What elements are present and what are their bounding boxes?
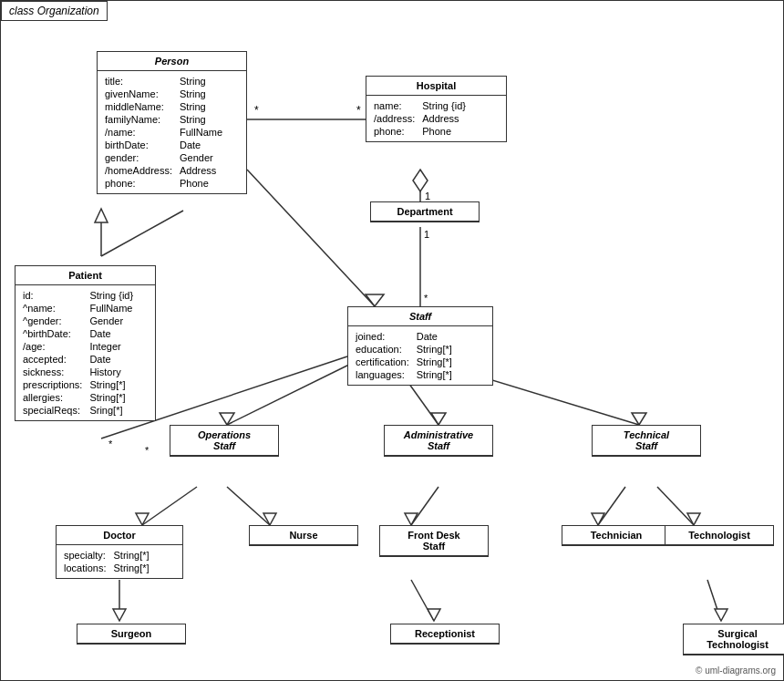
svg-marker-4: [413, 170, 428, 191]
class-patient-body: id:String {id} ^name:FullName ^gender:Ge…: [15, 285, 155, 420]
class-technician-header: Technician: [562, 526, 670, 545]
class-hospital: Hospital name:String {id} /address:Addre…: [366, 76, 507, 142]
class-front-desk-staff-header: Front DeskStaff: [380, 526, 488, 556]
class-technologist-header: Technologist: [665, 526, 773, 545]
class-person-header: Person: [98, 52, 246, 71]
class-surgeon: Surgeon: [77, 624, 186, 645]
class-surgical-technologist-header: SurgicalTechnologist: [684, 624, 784, 655]
class-administrative-staff-header: AdministrativeStaff: [385, 426, 492, 456]
class-operations-staff: OperationsStaff: [170, 425, 279, 457]
class-department: Department: [370, 201, 480, 222]
svg-marker-14: [366, 294, 384, 306]
svg-text:*: *: [254, 104, 259, 117]
class-person: Person title:String givenName:String mid…: [97, 51, 247, 194]
class-doctor-header: Doctor: [57, 526, 182, 545]
svg-marker-16: [220, 413, 234, 425]
class-patient-header: Patient: [15, 266, 155, 285]
svg-text:*: *: [424, 293, 428, 304]
svg-marker-22: [136, 513, 149, 525]
class-nurse: Nurse: [249, 525, 358, 546]
svg-line-35: [707, 580, 721, 621]
copyright: © uml-diagrams.org: [696, 666, 776, 676]
class-patient: Patient id:String {id} ^name:FullName ^g…: [15, 265, 156, 421]
svg-line-13: [247, 170, 375, 306]
svg-text:*: *: [145, 445, 150, 456]
class-doctor-body: specialty:String[*] locations:String[*]: [57, 545, 182, 578]
svg-text:1: 1: [424, 229, 429, 240]
class-receptionist: Receptionist: [390, 624, 500, 645]
svg-line-27: [598, 487, 625, 525]
svg-text:*: *: [108, 439, 113, 449]
class-surgeon-header: Surgeon: [77, 624, 185, 644]
class-nurse-header: Nurse: [250, 526, 357, 545]
svg-marker-30: [687, 513, 700, 525]
class-administrative-staff: AdministrativeStaff: [384, 425, 493, 457]
class-surgical-technologist: SurgicalTechnologist: [683, 624, 784, 655]
svg-line-25: [411, 487, 438, 525]
svg-marker-24: [263, 513, 276, 525]
svg-marker-28: [592, 513, 604, 525]
class-technician: Technician: [562, 525, 671, 546]
class-technologist: Technologist: [665, 525, 774, 546]
class-technical-staff: TechnicalStaff: [592, 425, 701, 457]
class-hospital-header: Hospital: [366, 77, 506, 96]
svg-line-21: [142, 487, 197, 525]
class-staff: Staff joined:Date education:String[*] ce…: [347, 306, 493, 386]
svg-line-15: [227, 361, 356, 425]
svg-marker-20: [632, 413, 646, 425]
class-operations-staff-header: OperationsStaff: [170, 426, 278, 456]
svg-marker-32: [113, 609, 126, 621]
svg-text:*: *: [356, 104, 361, 117]
svg-line-10: [101, 211, 183, 256]
svg-marker-18: [431, 413, 446, 425]
class-staff-body: joined:Date education:String[*] certific…: [348, 326, 492, 385]
class-person-body: title:String givenName:String middleName…: [98, 71, 246, 193]
class-staff-header: Staff: [348, 307, 492, 326]
svg-line-33: [411, 580, 434, 621]
diagram-container: class Organization * * 1 1 *: [0, 0, 784, 681]
class-doctor: Doctor specialty:String[*] locations:Str…: [56, 525, 183, 579]
svg-line-23: [227, 487, 270, 525]
class-hospital-body: name:String {id} /address:Address phone:…: [366, 96, 506, 141]
svg-marker-34: [428, 609, 440, 621]
svg-line-29: [657, 487, 694, 525]
svg-marker-12: [95, 209, 108, 222]
svg-text:1: 1: [425, 191, 430, 201]
class-technical-staff-header: TechnicalStaff: [593, 426, 700, 456]
svg-marker-26: [405, 513, 418, 525]
class-front-desk-staff: Front DeskStaff: [379, 525, 489, 557]
class-receptionist-header: Receptionist: [391, 624, 499, 644]
class-department-header: Department: [371, 202, 479, 222]
svg-marker-36: [715, 609, 727, 621]
diagram-title: class Organization: [1, 1, 108, 21]
